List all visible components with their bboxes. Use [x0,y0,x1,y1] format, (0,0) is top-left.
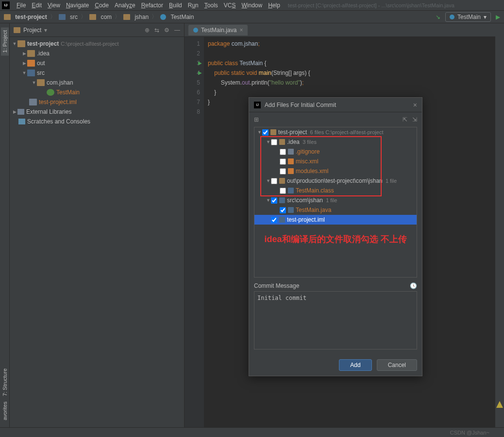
app-logo-icon: IJ [254,102,261,108]
dialog-tree-row[interactable]: .gitignore [254,147,417,157]
file-checkbox[interactable] [280,168,286,175]
close-icon[interactable]: × [413,101,417,109]
dialog-tree-row[interactable]: ▼.idea 3 files [254,137,417,147]
project-panel: Project ▾ ⊕ ⇆ ⚙ — ▼ test-project C:\proj… [10,23,185,427]
dialog-tree-row[interactable]: ▼test-project 6 files C:\project-all\tes… [254,127,417,137]
crumb-project[interactable]: test-project [4,14,47,20]
window-title-path: test-project [C:\project-all\test-projec… [288,2,454,8]
menu-edit[interactable]: Edit [29,2,45,9]
add-button[interactable]: Add [339,359,371,371]
crumb-src[interactable]: src [59,14,78,20]
file-checkbox[interactable] [271,217,277,223]
file-icon [288,149,294,155]
commit-dialog: IJ Add Files For Initial Commit × ⊞ ⇱ ⇲ … [249,97,422,376]
menu-window[interactable]: Window [238,2,265,9]
gear-icon[interactable]: ⚙ [164,27,169,34]
crumb-com[interactable]: com [89,14,112,20]
cancel-button[interactable]: Cancel [377,359,417,371]
dialog-tree-row[interactable]: misc.xml [254,157,417,166]
dialog-title-text: Add Files For Initial Commit [265,102,336,108]
file-checkbox[interactable] [262,129,269,136]
editor-tabs: TestMain.java × [185,23,504,37]
menu-view[interactable]: View [45,2,63,9]
file-b-icon [279,217,285,223]
navbar: test-project〉 src〉 com〉 jshan〉 TestMain … [0,11,504,23]
run-config-label: TestMain [457,14,481,20]
annotation-text: idea和编译后的文件取消勾选 不上传 [254,233,417,245]
crumb-jshan[interactable]: jshan [123,14,149,20]
menu-help[interactable]: Help [265,2,283,9]
tree-src[interactable]: ▼src [10,68,184,78]
tab-project-vert[interactable]: 1: Project [1,27,9,55]
dialog-tree-row[interactable]: TestMain.java [254,205,417,215]
folder-icon [279,178,285,184]
tree-root[interactable]: ▼ test-project C:\project-all\test-proje… [10,39,184,49]
tab-label: TestMain.java [201,27,236,34]
tree-ext-lib[interactable]: ▶External Libraries [10,107,184,117]
file-checkbox[interactable] [280,158,286,165]
menu-run[interactable]: Run [185,2,202,9]
menu-refactor[interactable]: Refactor [138,2,166,9]
project-tree: ▼ test-project C:\project-all\test-proje… [10,37,184,128]
group-by-icon[interactable]: ⊞ [254,116,259,123]
history-icon[interactable]: 🕓 [410,282,417,289]
dialog-tree-row[interactable]: ▼src\com\jshan 1 file [254,195,417,205]
tab-favorites-vert[interactable]: avorites [1,399,9,423]
collapse-all-icon[interactable]: ⇲ [412,116,417,123]
menu-file[interactable]: File [14,2,29,9]
folder-b-icon [279,197,285,203]
tree-idea[interactable]: ▶.idea [10,49,184,58]
dialog-tree-row[interactable]: ▼out\production\test-project\com\jshan 1… [254,176,417,186]
locate-icon[interactable]: ⊕ [145,27,150,34]
class-icon [193,28,198,33]
file-checkbox[interactable] [271,178,277,184]
tree-testmain[interactable]: TestMain [10,87,184,97]
run-config-select[interactable]: TestMain ▾ [445,12,491,22]
menu-vcs[interactable]: VCS [221,2,239,9]
editor-tab-testmain[interactable]: TestMain.java × [188,25,248,35]
commit-message-label: Commit Message [254,282,299,289]
class-icon [450,15,454,19]
menu-code[interactable]: Code [92,2,112,9]
file-o-icon [288,158,294,164]
file-checkbox[interactable] [280,188,286,194]
commit-message-input[interactable]: Initial commit [254,291,417,350]
statusbar [0,427,504,437]
menu-tools[interactable]: Tools [202,2,221,9]
file-o-icon [288,168,294,174]
folder-icon [279,139,285,145]
breadcrumb: test-project〉 src〉 com〉 jshan〉 TestMain [4,13,194,21]
dialog-tree-row[interactable]: test-project.iml [254,215,417,225]
dialog-tree-row[interactable]: TestMain.class [254,186,417,195]
warning-icon[interactable] [496,401,503,408]
menu-analyze[interactable]: Analyze [112,2,138,9]
build-icon[interactable]: ↘ [436,14,440,20]
collapse-icon[interactable]: ⇆ [154,27,159,34]
menu-build[interactable]: Build [166,2,185,9]
file-checkbox[interactable] [271,197,277,204]
right-gutter [495,23,504,427]
tab-structure-vert[interactable]: 7: Structure [1,366,9,399]
app-logo-icon: IJ [2,1,10,9]
expand-all-icon[interactable]: ⇱ [403,116,407,123]
file-b-icon [288,188,294,193]
run-icon[interactable]: ▶ [496,14,500,20]
folder-icon [14,27,20,33]
file-checkbox[interactable] [280,149,286,155]
menu-navigate[interactable]: Navigate [63,2,92,9]
tree-scratches[interactable]: Scratches and Consoles [10,117,184,126]
line-gutter: 12345678 [185,37,204,427]
watermark: CSDN @Jshan~ [450,430,489,436]
tree-out[interactable]: ▶out [10,58,184,68]
tree-pkg[interactable]: ▼com.jshan [10,78,184,87]
crumb-testmain[interactable]: TestMain [160,14,194,20]
hide-icon[interactable]: — [174,27,180,34]
panel-title[interactable]: Project ▾ [14,27,47,34]
file-checkbox[interactable] [271,139,277,145]
dialog-tree-row[interactable]: modules.xml [254,166,417,176]
close-icon[interactable]: × [239,27,243,34]
file-checkbox[interactable] [280,207,286,213]
tree-iml[interactable]: test-project.iml [10,97,184,107]
chevron-down-icon: ▾ [484,14,487,20]
chevron-down-icon: ▾ [44,27,47,34]
